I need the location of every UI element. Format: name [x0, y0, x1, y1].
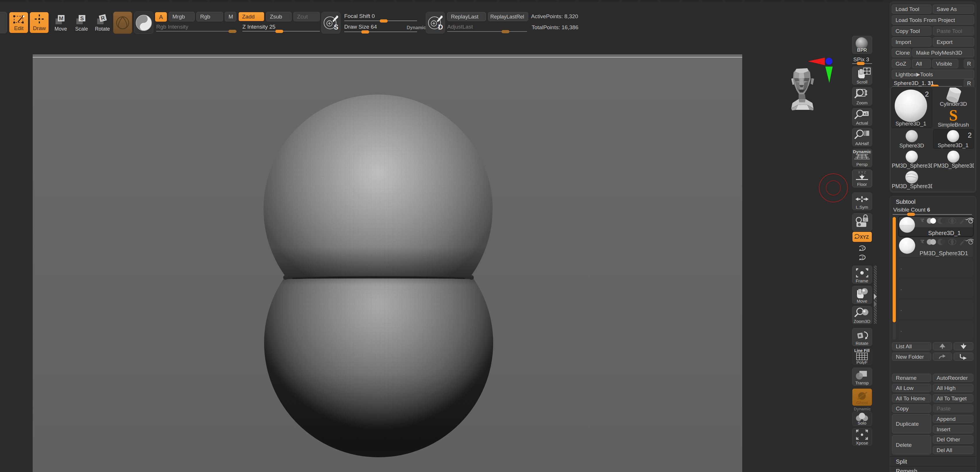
svg-text:x1: x1 [864, 112, 868, 116]
svg-text:XYZ: XYZ [860, 235, 869, 240]
svg-text:D: D [438, 24, 443, 31]
svg-text:Scale: Scale [75, 26, 88, 32]
svg-text:Move: Move [55, 26, 67, 32]
svg-text:BPR: BPR [857, 48, 867, 52]
svg-text:Move: Move [857, 299, 867, 304]
svg-text:C: C [864, 218, 866, 222]
svg-text:AAHalf: AAHalf [855, 141, 869, 146]
svg-text:Solo: Solo [858, 421, 866, 426]
svg-text:PM3D_Sphere3D: PM3D_Sphere3D [892, 162, 932, 169]
svg-text:Zoom3D: Zoom3D [854, 319, 870, 324]
svg-text:L.Sym: L.Sym [856, 204, 869, 209]
svg-text:Z: Z [861, 255, 864, 260]
svg-text:Sphere3D: Sphere3D [899, 143, 924, 149]
svg-text:Transp: Transp [855, 380, 869, 385]
svg-text:2: 2 [968, 131, 972, 139]
svg-text:Edit: Edit [14, 25, 24, 31]
svg-text:Rotate: Rotate [95, 26, 110, 32]
svg-text:Actual: Actual [856, 120, 868, 125]
svg-text:PolyF: PolyF [856, 360, 867, 364]
svg-text:Scroll: Scroll [856, 79, 867, 84]
svg-text:2: 2 [925, 90, 929, 98]
svg-text:PM3D_Sphere3D: PM3D_Sphere3D [892, 183, 932, 190]
svg-text:Ghost: Ghost [856, 400, 868, 405]
svg-text:Xpose: Xpose [856, 440, 869, 445]
svg-text:Dynamic: Dynamic [853, 149, 871, 154]
svg-text:Frame: Frame [856, 278, 868, 283]
svg-text:Persp: Persp [856, 162, 867, 167]
svg-text:Cylinder3D: Cylinder3D [940, 101, 967, 107]
svg-text:PM3D_Sphere3D: PM3D_Sphere3D [934, 162, 974, 169]
svg-text:S: S [80, 15, 84, 21]
svg-text:Rotate: Rotate [856, 341, 869, 346]
svg-text:Zoom: Zoom [856, 100, 867, 105]
svg-text:S: S [334, 24, 338, 31]
svg-text:Sphere3D_1: Sphere3D_1 [938, 142, 969, 149]
svg-text:X Y Z: X Y Z [858, 171, 866, 174]
svg-text:M: M [59, 15, 64, 21]
svg-text:Line Fill: Line Fill [854, 348, 870, 353]
svg-text:SimpleBrush: SimpleBrush [938, 122, 969, 128]
svg-text:Sphere3D_1: Sphere3D_1 [896, 120, 926, 127]
svg-text:Floor: Floor [857, 182, 867, 187]
svg-text:Draw: Draw [33, 25, 46, 31]
svg-text:Y: Y [861, 246, 864, 250]
